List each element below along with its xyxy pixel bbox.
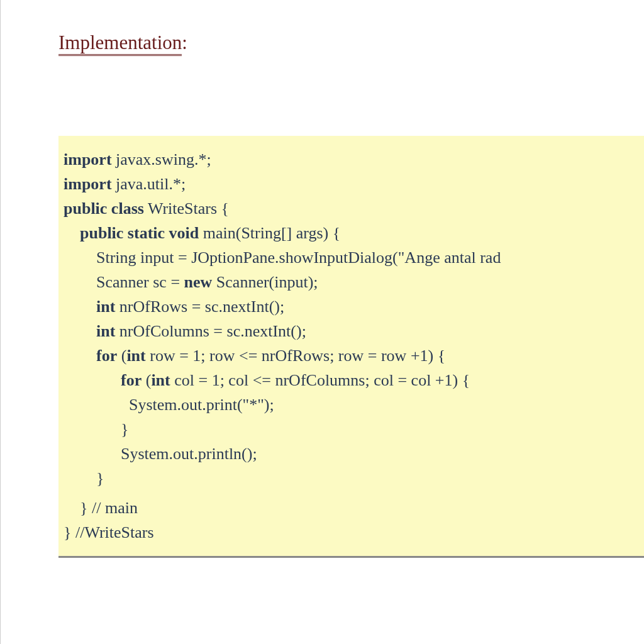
code-line: } bbox=[64, 417, 644, 441]
code-block: import javax.swing.*;import java.util.*;… bbox=[58, 136, 644, 558]
code-line: for (int row = 1; row <= nrOfRows; row =… bbox=[64, 343, 644, 368]
code-line: } // main bbox=[64, 496, 644, 520]
code-line: System.out.println(); bbox=[64, 441, 644, 466]
section-heading: Implementation: bbox=[58, 31, 644, 54]
code-line: int nrOfColumns = sc.nextInt(); bbox=[64, 319, 644, 343]
heading-text: Implementation bbox=[58, 31, 182, 56]
code-line: Scanner sc = new Scanner(input); bbox=[64, 270, 644, 294]
heading-colon: : bbox=[182, 31, 187, 53]
code-line: String input = JOptionPane.showInputDial… bbox=[64, 245, 644, 270]
code-line: System.out.print("*"); bbox=[64, 392, 644, 417]
code-line: import javax.swing.*; bbox=[64, 147, 644, 172]
code-line: for (int col = 1; col <= nrOfColumns; co… bbox=[64, 368, 644, 392]
code-line: import java.util.*; bbox=[64, 172, 644, 196]
code-line: public static void main(String[] args) { bbox=[64, 221, 644, 245]
code-line: } bbox=[64, 466, 644, 491]
code-line: int nrOfRows = sc.nextInt(); bbox=[64, 294, 644, 319]
code-line: } //WriteStars bbox=[64, 520, 644, 545]
code-line: public class WriteStars { bbox=[64, 196, 644, 221]
